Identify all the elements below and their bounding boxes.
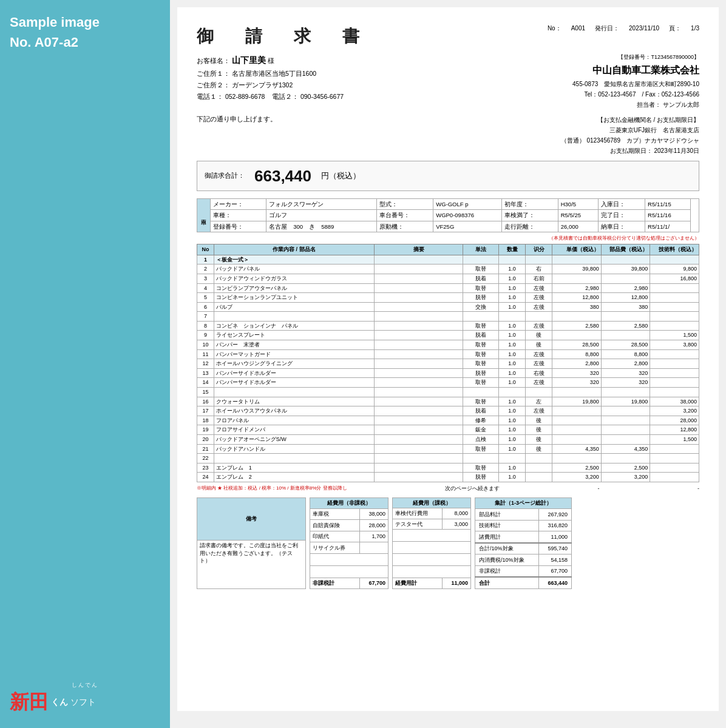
nt-item-4-label: リサイクル券 [310, 542, 360, 553]
car-label: 車種： [210, 210, 266, 221]
summary-table: 集計（1-3ページ総計） 部品料計 267,920 技術料計 316,820 諸… [475, 497, 572, 589]
col-name: 作業内容 / 部品名 [214, 244, 374, 255]
table-row: 20バックドアオーペニングS/W点検1.0後1,500 [197, 435, 699, 445]
address1-label: ご住所１： [197, 70, 230, 77]
nt-item-1-label: 車庫税 [310, 508, 360, 519]
footer-tables: 備考 請求書の備考です。この度は当社をご利用いただき有難うございます。（テスト）… [197, 497, 699, 589]
table-row: 12ホイールハウジングライニング取替1.0左後2,8002,800 [197, 359, 699, 369]
table-row: 19フロアサイドメンバ鈑金1.0後12,800 [197, 425, 699, 435]
table-row: 17ホイールハウスアウタパネル脱着1.0左後3,200 [197, 406, 699, 416]
company-info: 【登録番号：T1234567890000】 中山自動車工業株式会社 455-08… [572, 53, 699, 109]
vehicle-header: 車両 [197, 199, 211, 232]
tel2-label: 電話２： [272, 93, 299, 100]
tel1-label: 電話１： [197, 93, 223, 100]
table-row: 7 [197, 312, 699, 322]
sum-4-label: 内消費税/10%対象 [475, 554, 539, 566]
items-footer-dash: - [598, 485, 600, 493]
page-label: 頁： [669, 24, 681, 33]
nt-item-3-label: 印紙代 [310, 531, 360, 542]
table-row: 3バックドアウィンドウガラス脱着1.0右前16,800 [197, 274, 699, 283]
taxable-header: 経費用（課税） [393, 497, 471, 508]
sum-2-label: 諸費用計 [475, 531, 539, 543]
sum-5-label: 非課税計 [475, 565, 539, 577]
table-row: 18フロアパネル修希1.0後28,000 [197, 416, 699, 425]
total-unit: 円（税込） [321, 170, 361, 181]
reg-label: 登録番号： [210, 221, 266, 232]
t-subtotal-label: 経費用計 [393, 578, 443, 589]
issued-value: 2023/11/10 [629, 24, 659, 33]
col-unit: 识分 [526, 244, 552, 255]
model-label: 型式： [377, 199, 433, 210]
items-table: No 作業内容 / 部品名 摘要 単法 数量 识分 単価（税込） 部品費（税込）… [197, 244, 699, 482]
original-value: VF25G [433, 221, 502, 232]
sum-0-label: 部品料計 [475, 509, 539, 521]
payment-account: （普通） 0123456789 カブ）ナカヤマジドウシャ [561, 135, 699, 146]
nt-item-2-label: 自賠責保険 [310, 520, 360, 531]
t-subtotal: 11,000 [442, 578, 470, 589]
sum-3-label: 合計/10%対象 [475, 543, 539, 554]
reg-value: 名古屋 300 き 5889 [266, 221, 377, 232]
table-row: 24エンブレム 2脱替1.03,2003,200 [197, 473, 699, 482]
sidebar: Sample imageNo. A07-a2 しんでん 新田 くん ソフト [0, 0, 170, 728]
nt-item-3-amount: 1,700 [359, 531, 388, 542]
year-value: H30/5 [558, 199, 598, 210]
payment-info: 【お支払金融機関名 / お支払期限日】 三菱東京UFJ銀行 名古屋港支店 （普通… [561, 115, 699, 156]
vehicle-table: 車両 メーカー： フォルクスワーゲン 型式： WG-GOLF p 初年度： H3… [197, 198, 699, 232]
table-row: 5コンビネーションランプユニット脱替1.0左後12,80012,800 [197, 293, 699, 303]
sum-0-amount: 267,920 [538, 509, 571, 521]
sidebar-logo: しんでん 新田 くん ソフト [10, 669, 160, 716]
mileage-label: 走行距離： [502, 221, 558, 232]
company-postal: 455-0873 愛知県名古屋市港区大和町2890-10 [572, 79, 699, 89]
table-row: 10バンパー 末塗者取替1.0後28,50028,5003,800 [197, 340, 699, 350]
col-qty: 数量 [499, 244, 526, 255]
customer-name-label: お客様名： [197, 57, 230, 64]
payment-bank: 三菱東京UFJ銀行 名古屋港支店 [561, 125, 699, 135]
logo-soft: ソフト [70, 697, 96, 708]
sum-6-amount: 663,440 [538, 577, 571, 588]
entry-label: 入庫日： [599, 199, 645, 210]
total-amount: 663,440 [254, 165, 311, 187]
company-name: 中山自動車工業株式会社 [572, 62, 699, 78]
nt-item-4-amount [359, 542, 388, 553]
logo-ruby: しんでん [10, 681, 160, 689]
sum-1-label: 技術料計 [475, 520, 539, 531]
customer-name: 山下里美 [232, 55, 266, 65]
nt-subtotal: 67,700 [359, 578, 388, 588]
customer-info: お客様名： 山下里美 様 ご住所１： 名古屋市港区当地5丁目1600 ご住所２：… [197, 53, 344, 109]
t-item-1-amount: 8,000 [442, 508, 470, 519]
table-row: 13バンパーサイドホルダー脱替1.0右後320320 [197, 368, 699, 378]
table-row: 22 [197, 454, 699, 463]
entry-value: R5/11/15 [645, 199, 691, 210]
items-footer-note: ※明細内 ★ 社税追加：税込 / 税率：10% / 新進税率8%分 登務以降し [197, 485, 347, 493]
payment-due: お支払期限日： 2023年11月30日 [561, 146, 699, 156]
sum-2-amount: 11,000 [538, 531, 571, 543]
table-row: 1＜板金一式＞ [197, 255, 699, 265]
remarks-header: 備考 [197, 497, 306, 540]
col-tech: 技術料（税込） [650, 244, 699, 255]
statement: 下記の通り申し上げます。 [197, 115, 277, 124]
col-price: 単価（税込） [552, 244, 602, 255]
taxable-table: 経費用（課税） 車検代行費用 8,000 テスター代 3,000 経費用計 11… [392, 497, 471, 589]
sum-1-amount: 316,820 [538, 520, 571, 531]
maker-value: フォルクスワーゲン [266, 199, 377, 210]
col-desc: 摘要 [374, 244, 463, 255]
original-label: 原動機： [377, 221, 433, 232]
nt-item-1-amount: 38,000 [359, 508, 388, 519]
year-label: 初年度： [502, 199, 558, 210]
vehicle-note: （本見積書では自動車税等税公行分てり適切な処理はございません） [197, 235, 699, 241]
logo-kun: くん [51, 697, 68, 708]
address2-value: ガーデンプラザ1302 [232, 81, 293, 89]
sum-3-amount: 595,740 [538, 543, 571, 554]
table-row: 15 [197, 388, 699, 397]
registration: 【登録番号：T1234567890000】 [572, 53, 699, 62]
table-row: 2バックドアパネル取替1.0右39,80039,8009,800 [197, 265, 699, 274]
complete-value: R5/11/16 [645, 210, 691, 221]
summary-header: 集計（1-3ページ総計） [475, 497, 572, 509]
payment-section-label: 【お支払金融機関名 / お支払期限日】 [561, 115, 699, 125]
sum-5-amount: 67,700 [538, 565, 571, 577]
chassis-label: 車台番号： [377, 210, 433, 221]
address1-value: 名古屋市港区当地5丁目1600 [232, 70, 316, 77]
page-value: 1/3 [691, 24, 699, 33]
items-footer-right: 次のページへ続きます [445, 485, 500, 493]
table-row: 23エンブレム 1取替1.02,5002,500 [197, 463, 699, 473]
